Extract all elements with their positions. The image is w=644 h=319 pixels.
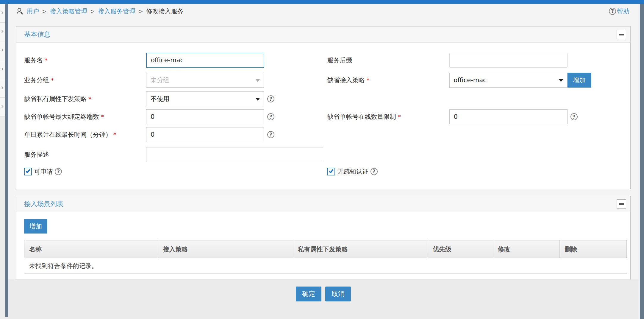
chevron-right-icon: [1, 86, 4, 89]
online-limit-input[interactable]: [449, 109, 568, 124]
breadcrumb-link-access-policy-mgmt[interactable]: 接入策略管理: [50, 7, 87, 15]
chevron-right-icon: [1, 11, 4, 14]
daily-online-max-label: 单日累计在线最长时间（分钟）*: [24, 130, 146, 139]
access-scene-body: 增加 名称 接入策略 私有属性下发策略 优先级 修改 删除 未找到符合条件的记录…: [16, 212, 630, 279]
help-icon[interactable]: ?: [267, 131, 274, 138]
breadcrumb: 用户 > 接入策略管理 > 接入服务管理 > 修改接入服务 ? 帮助: [8, 4, 638, 18]
help-icon[interactable]: ?: [371, 168, 378, 175]
sidebar-expand-handle[interactable]: [0, 4, 5, 23]
can-apply-label: 可申请: [34, 167, 53, 176]
mac-fast-auth-label: 无感知认证: [337, 167, 369, 176]
service-group-select: 未分组: [146, 73, 264, 88]
help-button[interactable]: ? 帮助: [609, 7, 629, 15]
add-scene-button[interactable]: 增加: [24, 219, 47, 234]
access-scene-panel: 接入场景列表 增加 名称 接入策略 私有属性下发策略 优先级 修改 删除: [16, 196, 631, 279]
footer-action-bar: 确定 取消: [8, 279, 638, 319]
basic-info-panel-header: 基本信息: [16, 27, 630, 43]
required-asterisk: *: [367, 77, 370, 84]
service-name-label: 服务名*: [24, 56, 146, 64]
sidebar-expand-handle[interactable]: [0, 98, 5, 116]
service-desc-label: 服务描述: [24, 150, 146, 159]
chevron-right-icon: [1, 30, 4, 33]
sidebar-expand-handle[interactable]: [0, 41, 5, 60]
collapsed-sidebar[interactable]: [0, 4, 5, 116]
breadcrumb-link-access-service-mgmt[interactable]: 接入服务管理: [98, 7, 135, 15]
column-header-private-attr-policy: 私有属性下发策略: [293, 240, 428, 258]
dropdown-arrow-icon: [255, 79, 260, 82]
private-attr-policy-label: 缺省私有属性下发策略*: [24, 95, 146, 103]
scene-table-header-row: 名称 接入策略 私有属性下发策略 优先级 修改 删除: [24, 240, 627, 258]
service-group-label: 业务分组*: [24, 76, 146, 84]
service-name-input[interactable]: [146, 53, 264, 68]
scrollbar-thumb[interactable]: [640, 4, 644, 319]
breadcrumb-separator: >: [138, 8, 143, 15]
help-link-label: 帮助: [617, 7, 629, 15]
sidebar-expand-handle[interactable]: [0, 23, 5, 41]
breadcrumb-link-users[interactable]: 用户: [26, 7, 39, 15]
breadcrumb-separator: >: [90, 8, 95, 15]
minus-icon: [619, 34, 624, 35]
help-icon[interactable]: ?: [55, 168, 62, 175]
default-access-policy-label: 缺省接入策略*: [327, 76, 449, 84]
basic-info-title: 基本信息: [24, 30, 50, 39]
help-icon[interactable]: ?: [570, 113, 578, 120]
column-header-modify: 修改: [493, 240, 560, 258]
user-icon: [16, 7, 24, 15]
daily-online-max-input[interactable]: [146, 127, 264, 142]
dropdown-arrow-icon: [255, 98, 260, 101]
scene-table: 名称 接入策略 私有属性下发策略 优先级 修改 删除 未找到符合条件的记录。: [24, 240, 627, 274]
checkmark-icon: [329, 168, 334, 173]
help-icon[interactable]: ?: [267, 95, 274, 102]
can-apply-checkbox[interactable]: [24, 168, 32, 175]
collapse-button[interactable]: [617, 30, 626, 39]
empty-row-text: 未找到符合条件的记录。: [24, 258, 627, 274]
cancel-button[interactable]: 取消: [325, 287, 351, 301]
question-circle-icon: ?: [609, 8, 616, 15]
checkmark-icon: [26, 168, 30, 173]
minus-icon: [619, 203, 624, 205]
max-bind-terminals-input[interactable]: [146, 109, 264, 124]
chevron-right-icon: [1, 68, 4, 71]
dropdown-arrow-icon: [559, 79, 563, 82]
breadcrumb-current-page: 修改接入服务: [146, 7, 184, 15]
service-suffix-input[interactable]: [449, 53, 568, 68]
required-asterisk: *: [51, 77, 54, 84]
sidebar-expand-handle[interactable]: [0, 60, 5, 79]
basic-info-panel: 基本信息 服务名* 服务后缀 业务分组* 未分组: [16, 26, 631, 189]
ok-button[interactable]: 确定: [296, 287, 321, 301]
service-desc-input[interactable]: [146, 147, 323, 162]
service-suffix-label: 服务后缀: [327, 56, 449, 64]
required-asterisk: *: [398, 113, 401, 120]
chevron-right-icon: [1, 49, 4, 52]
breadcrumb-separator: >: [42, 8, 47, 15]
sidebar-expand-handle[interactable]: [0, 79, 5, 98]
help-icon[interactable]: ?: [267, 113, 274, 120]
required-asterisk: *: [88, 95, 91, 102]
column-header-name: 名称: [24, 240, 158, 258]
access-scene-title: 接入场景列表: [24, 200, 63, 208]
private-attr-policy-select[interactable]: 不使用: [146, 91, 264, 106]
collapse-button[interactable]: [617, 199, 626, 209]
basic-info-form: 服务名* 服务后缀 业务分组* 未分组 缺省接入策略* office-mac 增…: [16, 43, 630, 189]
column-header-delete: 删除: [560, 240, 627, 258]
mac-fast-auth-checkbox[interactable]: [327, 168, 335, 175]
column-header-access-policy: 接入策略: [158, 240, 293, 258]
max-bind-terminals-label: 缺省单帐号最大绑定终端数*: [24, 113, 146, 121]
access-scene-panel-header: 接入场景列表: [16, 196, 630, 212]
required-asterisk: *: [113, 131, 116, 138]
sidebar-splitter[interactable]: [5, 4, 8, 317]
add-access-policy-button[interactable]: 增加: [568, 73, 591, 88]
content-area: 用户 > 接入策略管理 > 接入服务管理 > 修改接入服务 ? 帮助 基本信息 …: [8, 4, 638, 319]
column-header-priority: 优先级: [428, 240, 493, 258]
online-limit-label: 缺省单帐号在线数量限制*: [327, 113, 449, 121]
default-access-policy-select[interactable]: office-mac: [449, 73, 568, 88]
required-asterisk: *: [101, 113, 104, 120]
top-accent-bar: [0, 0, 644, 4]
required-asterisk: *: [45, 57, 48, 64]
chevron-right-icon: [1, 105, 4, 108]
empty-row: 未找到符合条件的记录。: [24, 258, 627, 274]
